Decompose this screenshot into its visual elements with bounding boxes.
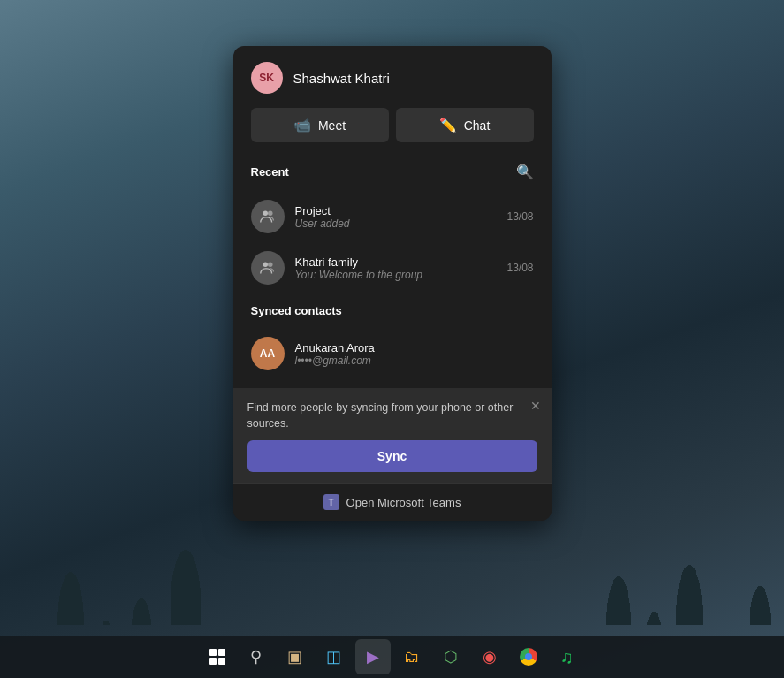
xbox-icon: ⬡ [444, 647, 458, 667]
taskbar-files[interactable]: 🗂 [394, 639, 430, 674]
taskbar-file-explorer[interactable]: ▣ [278, 639, 313, 674]
windows-logo-icon [209, 649, 225, 665]
spotify-icon: ♫ [560, 647, 574, 667]
user-name: Shashwat Khatri [293, 71, 390, 86]
taskbar-task-manager[interactable]: ◉ [472, 639, 507, 674]
taskbar-spotify[interactable]: ♫ [550, 639, 585, 674]
synced-contact-anukaran[interactable]: AA Anukaran Arora l••••@gmail.com [233, 328, 552, 379]
recent-item-project[interactable]: Project User added 13/08 [233, 191, 552, 242]
panel-header: SK Shashwat Khatri [233, 46, 552, 108]
project-avatar [251, 200, 285, 233]
files-icon: 🗂 [404, 648, 420, 667]
sync-button[interactable]: Sync [247, 440, 537, 472]
taskbar-search[interactable]: ⚲ [239, 639, 274, 674]
khatri-family-info: Khatri family You: Welcome to the group [295, 255, 497, 281]
project-info: Project User added [295, 204, 497, 230]
recent-list: Project User added 13/08 Khatri family Y… [233, 191, 552, 293]
svg-point-2 [263, 263, 268, 268]
khatri-family-avatar [251, 251, 285, 285]
synced-label: Synced contacts [251, 304, 342, 317]
svg-point-3 [268, 263, 273, 268]
banner-text: Find more people by syncing from your ph… [247, 400, 537, 431]
open-teams-label: Open Microsoft Teams [346, 496, 461, 509]
svg-point-1 [268, 211, 273, 217]
synced-section: Synced contacts AA Anukaran Arora l••••@… [233, 293, 552, 379]
chat-button[interactable]: ✏️ Chat [396, 108, 534, 142]
teams-icon: ▶ [367, 647, 379, 667]
taskbar: ⚲ ▣ ◫ ▶ 🗂 ⬡ ◉ ♫ [0, 636, 784, 678]
open-teams-button[interactable]: T Open Microsoft Teams [233, 483, 552, 521]
taskbar-store[interactable]: ◫ [316, 639, 352, 674]
banner-close-button[interactable]: ✕ [530, 399, 541, 413]
teams-panel: SK Shashwat Khatri 📹 Meet ✏️ Chat Recent… [233, 46, 552, 521]
spinner-icon: ◉ [483, 647, 497, 667]
search-icon: ⚲ [250, 647, 262, 667]
teams-logo-icon: T [323, 494, 339, 510]
store-icon: ◫ [326, 647, 341, 667]
recent-label: Recent [251, 165, 289, 179]
synced-section-header: Synced contacts [233, 297, 552, 328]
chrome-icon [520, 648, 537, 666]
anukaran-info: Anukaran Arora l••••@gmail.com [295, 341, 534, 367]
taskbar-start[interactable] [200, 639, 235, 674]
recent-item-khatri-family[interactable]: Khatri family You: Welcome to the group … [233, 242, 552, 293]
sync-banner: Find more people by syncing from your ph… [233, 388, 552, 483]
action-buttons: 📹 Meet ✏️ Chat [233, 108, 552, 156]
video-icon: 📹 [293, 117, 311, 133]
folder-icon: ▣ [287, 647, 302, 667]
taskbar-chrome[interactable] [511, 639, 546, 674]
user-avatar: SK [251, 62, 283, 94]
taskbar-xbox[interactable]: ⬡ [433, 639, 468, 674]
recent-search-icon[interactable]: 🔍 [516, 164, 534, 180]
anukaran-avatar: AA [251, 337, 285, 370]
taskbar-teams[interactable]: ▶ [355, 639, 391, 674]
meet-button[interactable]: 📹 Meet [251, 108, 389, 142]
recent-section-header: Recent 🔍 [233, 156, 552, 191]
chat-icon: ✏️ [439, 117, 457, 133]
svg-point-0 [263, 211, 268, 217]
